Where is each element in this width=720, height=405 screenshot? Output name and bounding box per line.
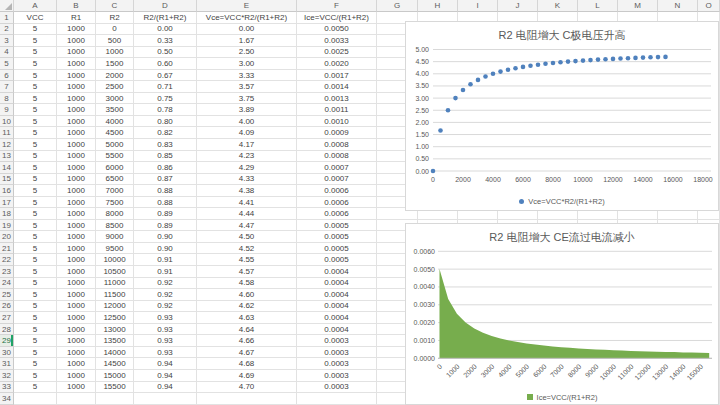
cell[interactable]: 0.0050 bbox=[297, 24, 377, 36]
cell[interactable]: 0.0005 bbox=[297, 254, 377, 266]
cell[interactable]: 1000 bbox=[57, 231, 96, 243]
row-header[interactable]: 31 bbox=[0, 358, 14, 370]
cell[interactable]: 0.0008 bbox=[297, 139, 377, 151]
cell[interactable]: 0.00 bbox=[134, 24, 197, 36]
column-header[interactable]: I bbox=[458, 0, 498, 12]
cell[interactable]: 1000 bbox=[57, 139, 96, 151]
cell[interactable]: 4.09 bbox=[197, 127, 297, 139]
cell[interactable]: 4.38 bbox=[197, 185, 297, 197]
cell[interactable]: 1000 bbox=[57, 382, 96, 394]
cell[interactable]: 0.91 bbox=[134, 266, 197, 278]
cell[interactable]: 0.50 bbox=[134, 47, 197, 59]
cell[interactable]: 8000 bbox=[96, 208, 134, 220]
cell[interactable]: 5 bbox=[14, 289, 57, 301]
cell[interactable]: 11500 bbox=[96, 289, 134, 301]
cell[interactable]: 0.0009 bbox=[297, 127, 377, 139]
column-header[interactable]: A bbox=[14, 0, 57, 12]
cell[interactable]: 4.23 bbox=[197, 151, 297, 163]
column-header[interactable]: C bbox=[96, 0, 134, 12]
cell[interactable]: 14500 bbox=[96, 358, 134, 370]
cell[interactable]: 5 bbox=[14, 347, 57, 359]
cell[interactable]: 5 bbox=[14, 104, 57, 116]
cell[interactable]: 0.92 bbox=[134, 301, 197, 313]
cell[interactable]: 5 bbox=[14, 370, 57, 382]
column-header[interactable]: E bbox=[197, 0, 297, 12]
row-header[interactable]: 15 bbox=[0, 174, 14, 186]
cell[interactable]: 1000 bbox=[57, 312, 96, 324]
row-header[interactable]: 17 bbox=[0, 197, 14, 209]
cell[interactable]: 12500 bbox=[96, 312, 134, 324]
cell[interactable]: R1 bbox=[57, 12, 96, 24]
cell[interactable]: 5 bbox=[14, 151, 57, 163]
cell[interactable]: 0.0008 bbox=[297, 151, 377, 163]
cell[interactable] bbox=[14, 393, 57, 405]
cell[interactable]: 4.69 bbox=[197, 370, 297, 382]
cell[interactable]: 1000 bbox=[57, 347, 96, 359]
cell[interactable]: 0.0017 bbox=[297, 70, 377, 82]
cell[interactable]: 0.0004 bbox=[297, 312, 377, 324]
cell[interactable]: 1000 bbox=[57, 254, 96, 266]
cell[interactable]: 0.86 bbox=[134, 162, 197, 174]
cell[interactable]: 4.67 bbox=[197, 347, 297, 359]
cell[interactable]: 0.0020 bbox=[297, 58, 377, 70]
cell[interactable]: 0.71 bbox=[134, 81, 197, 93]
row-header[interactable]: 4 bbox=[0, 47, 14, 59]
cell[interactable]: 8500 bbox=[96, 220, 134, 232]
cell[interactable]: 0.0007 bbox=[297, 174, 377, 186]
cell[interactable]: 5 bbox=[14, 47, 57, 59]
cell[interactable]: 5 bbox=[14, 93, 57, 105]
cell[interactable]: 4500 bbox=[96, 127, 134, 139]
cell[interactable]: 4.68 bbox=[197, 358, 297, 370]
column-header[interactable]: O bbox=[698, 0, 720, 12]
cell[interactable]: 3.57 bbox=[197, 81, 297, 93]
cell[interactable]: 5500 bbox=[96, 151, 134, 163]
cell[interactable]: 4.64 bbox=[197, 324, 297, 336]
cell[interactable]: 4.62 bbox=[197, 301, 297, 313]
cell[interactable]: 13500 bbox=[96, 335, 134, 347]
chart-vce-scatter[interactable]: R2 电阻增大 C极电压升高 0.000.501.001.502.002.503… bbox=[405, 21, 719, 211]
cell[interactable]: 5 bbox=[14, 139, 57, 151]
cell[interactable]: 0.85 bbox=[134, 151, 197, 163]
cell[interactable]: 13000 bbox=[96, 324, 134, 336]
column-header[interactable]: J bbox=[498, 0, 538, 12]
cell[interactable]: 5 bbox=[14, 174, 57, 186]
cell[interactable] bbox=[134, 393, 197, 405]
cell[interactable]: 1000 bbox=[57, 58, 96, 70]
cell[interactable]: 0.90 bbox=[134, 243, 197, 255]
cell[interactable]: 0.0005 bbox=[297, 231, 377, 243]
cell[interactable]: 6000 bbox=[96, 162, 134, 174]
cell[interactable]: 0.93 bbox=[134, 347, 197, 359]
cell[interactable]: 0.80 bbox=[134, 116, 197, 128]
cell[interactable]: 1000 bbox=[57, 116, 96, 128]
cell[interactable]: 5 bbox=[14, 35, 57, 47]
cell[interactable]: 0.91 bbox=[134, 254, 197, 266]
cell[interactable]: 4.63 bbox=[197, 312, 297, 324]
cell[interactable]: 0.0006 bbox=[297, 185, 377, 197]
cell[interactable]: 1000 bbox=[57, 278, 96, 290]
cell[interactable]: 10000 bbox=[96, 254, 134, 266]
cell[interactable]: 0.0003 bbox=[297, 382, 377, 394]
cell[interactable]: 2500 bbox=[96, 81, 134, 93]
cell[interactable]: 4.33 bbox=[197, 174, 297, 186]
cell[interactable]: 0.88 bbox=[134, 185, 197, 197]
cell[interactable]: 0.93 bbox=[134, 335, 197, 347]
cell[interactable]: 0.0033 bbox=[297, 35, 377, 47]
cell[interactable]: 5 bbox=[14, 185, 57, 197]
cell[interactable]: 7500 bbox=[96, 197, 134, 209]
cell[interactable]: 4.41 bbox=[197, 197, 297, 209]
cell[interactable]: 3500 bbox=[96, 104, 134, 116]
cell[interactable]: 1000 bbox=[57, 185, 96, 197]
cell[interactable]: 0.89 bbox=[134, 220, 197, 232]
cell[interactable]: 5 bbox=[14, 220, 57, 232]
cell[interactable]: 4.57 bbox=[197, 266, 297, 278]
row-header[interactable]: 34 bbox=[0, 393, 14, 405]
cell[interactable]: 0.94 bbox=[134, 382, 197, 394]
cell[interactable]: 0.0010 bbox=[297, 116, 377, 128]
cell[interactable]: 0.0005 bbox=[297, 220, 377, 232]
cell[interactable]: 1500 bbox=[96, 58, 134, 70]
row-header[interactable]: 9 bbox=[0, 104, 14, 116]
cell[interactable]: 0.94 bbox=[134, 358, 197, 370]
row-header[interactable]: 16 bbox=[0, 185, 14, 197]
cell[interactable]: 0.83 bbox=[134, 139, 197, 151]
row-header[interactable]: 21 bbox=[0, 243, 14, 255]
